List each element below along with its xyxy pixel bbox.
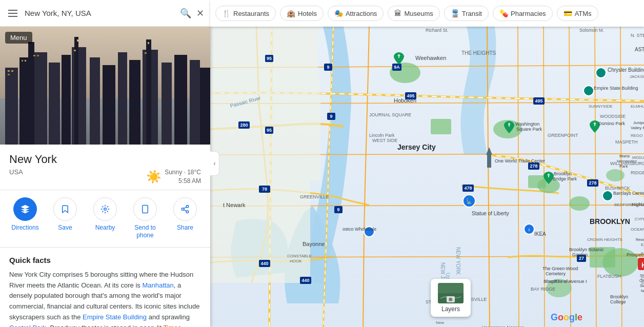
svg-text:ostco Wholesale: ostco Wholesale [343, 227, 376, 232]
svg-point-49 [606, 169, 625, 181]
svg-text:ELMHURST: ELMHURST [631, 104, 644, 109]
svg-text:College: College [610, 299, 626, 304]
svg-text:9: 9 [337, 207, 339, 212]
svg-text:78: 78 [262, 187, 267, 192]
menu-badge[interactable]: Menu [5, 32, 32, 44]
attractions-icon: 🎭 [334, 9, 343, 17]
chip-museums-label: Museums [404, 10, 433, 17]
chip-museums[interactable]: 🏛 Museums [388, 6, 439, 21]
svg-text:Brooklyn: Brooklyn [554, 171, 572, 176]
svg-text:Bayonne: Bayonne [303, 241, 325, 247]
svg-rect-8 [72, 47, 86, 145]
svg-text:New York...: New York... [641, 289, 644, 293]
svg-text:SUNSET PARK: SUNSET PARK [544, 279, 572, 284]
svg-rect-10 [90, 57, 100, 145]
action-buttons: Directions Save Nearby Send to phone Sha… [0, 190, 210, 248]
chip-hotels[interactable]: 🏨 Hotels [280, 6, 324, 21]
svg-text:Cemetery: Cemetery [546, 271, 566, 276]
svg-text:Square Park: Square Park [516, 127, 542, 132]
svg-text:One World Trade Center: One World Trade Center [495, 158, 545, 163]
chip-hotels-label: Hotels [298, 10, 317, 17]
svg-text:Shirley: Shirley [640, 274, 644, 278]
svg-text:Weehawken: Weehawken [415, 55, 446, 61]
svg-rect-23 [22, 60, 23, 62]
chip-attractions[interactable]: 🎭 Attractions [328, 6, 384, 21]
layers-button[interactable]: ⊞ Layers [431, 279, 471, 317]
chip-transit[interactable]: 🚆 Transit [444, 6, 489, 21]
search-icon[interactable]: 🔍 [180, 8, 191, 19]
svg-text:CONSTABLE: CONSTABLE [287, 254, 312, 258]
svg-text:Empire State Building: Empire State Building [594, 86, 638, 91]
svg-text:Barclays Center: Barclays Center [613, 191, 644, 196]
svg-rect-7 [62, 55, 71, 145]
svg-text:CROWN HEIGHTS: CROWN HEIGHTS [587, 237, 622, 242]
svg-rect-13 [129, 60, 140, 145]
svg-point-87 [583, 86, 594, 96]
svg-rect-29 [145, 52, 147, 54]
restaurants-icon: 🍴 [222, 9, 231, 17]
manhattan-link[interactable]: Manhattan [142, 281, 173, 289]
svg-text:BROOKLYN: BROOKLYN [590, 217, 630, 226]
svg-text:Park: Park [619, 164, 628, 169]
search-input[interactable] [25, 9, 175, 17]
svg-text:Highland Park: Highland Park [632, 202, 644, 207]
svg-text:9A: 9A [394, 65, 400, 70]
svg-text:BUSHWICK: BUSHWICK [605, 186, 630, 191]
menu-button[interactable] [6, 8, 19, 19]
google-logo: Google [551, 312, 582, 323]
svg-text:The Green-Wood: The Green-Wood [542, 266, 578, 271]
chip-restaurants-label: Restaurants [233, 10, 269, 17]
svg-text:MASPETH: MASPETH [615, 139, 638, 145]
svg-rect-15 [146, 39, 151, 145]
map-svg: Passaic River 95 95 280 78 440 440 9 9 9… [210, 27, 644, 327]
svg-text:GREENVILLE: GREENVILLE [300, 194, 329, 199]
chip-atms[interactable]: 💳 ATMs [557, 6, 598, 21]
send-to-phone-button[interactable]: Send to phone [130, 197, 160, 240]
svg-rect-27 [74, 50, 76, 51]
svg-text:EAST NEW YORK: EAST NEW YORK [641, 242, 644, 247]
svg-text:95: 95 [267, 56, 272, 61]
city-photo: Menu [0, 27, 210, 145]
svg-rect-30 [148, 42, 149, 44]
save-button[interactable]: Save [50, 197, 80, 240]
svg-line-37 [184, 210, 186, 211]
map-area[interactable]: Passaic River 95 95 280 78 440 440 9 9 9… [210, 27, 644, 327]
svg-text:JOURNAL SQUARE: JOURNAL SQUARE [369, 112, 411, 117]
share-button[interactable]: Share [170, 197, 200, 240]
layers-icon: ⊞ [447, 296, 455, 302]
svg-rect-17 [174, 55, 187, 145]
svg-text:Maria: Maria [619, 154, 630, 158]
svg-rect-20 [8, 70, 10, 72]
close-icon[interactable]: ✕ [196, 8, 204, 19]
empire-state-link[interactable]: Empire State Building [83, 313, 147, 321]
svg-text:278: 278 [530, 163, 537, 169]
chip-pharmacies[interactable]: 💊 Pharmacies [493, 6, 553, 21]
svg-text:440: 440 [260, 261, 268, 266]
nearby-button[interactable]: Nearby [90, 197, 120, 240]
quick-facts-text: New York City comprises 5 boroughs sitti… [9, 270, 201, 327]
svg-text:Hoboken: Hoboken [394, 97, 416, 104]
svg-text:440: 440 [301, 278, 309, 283]
central-park-link[interactable]: Central Park [9, 324, 46, 327]
chip-restaurants[interactable]: 🍴 Restaurants [215, 6, 276, 21]
svg-point-35 [182, 208, 184, 210]
weather-info: ☀️ Sunny · 18°C 5:58 AM [146, 168, 201, 186]
filter-chips-bar: 🍴 Restaurants 🏨 Hotels 🎭 Attractions 🏛 M… [210, 0, 644, 27]
svg-rect-28 [77, 39, 78, 42]
svg-rect-11 [103, 65, 115, 145]
svg-text:Resorts World...: Resorts World... [636, 238, 644, 241]
svg-text:🗽: 🗽 [466, 198, 473, 205]
svg-text:FLATBUSH: FLATBUSH [597, 274, 621, 279]
svg-text:CYPRESS HILLS: CYPRESS HILLS [635, 217, 644, 221]
svg-text:Richard St.: Richard St. [426, 28, 449, 33]
svg-text:Valley Park: Valley Park [631, 126, 644, 130]
svg-rect-25 [33, 55, 35, 56]
collapse-panel-button[interactable]: ‹ [210, 151, 219, 176]
svg-text:GREENPOINT: GREENPOINT [548, 133, 578, 138]
svg-point-48 [569, 196, 590, 211]
chip-attractions-label: Attractions [346, 10, 377, 17]
directions-button[interactable]: Directions [10, 197, 41, 240]
quick-facts-title: Quick facts [9, 256, 201, 264]
svg-point-88 [602, 191, 613, 201]
weather-text: Sunny · 18°C 5:58 AM [165, 168, 201, 186]
